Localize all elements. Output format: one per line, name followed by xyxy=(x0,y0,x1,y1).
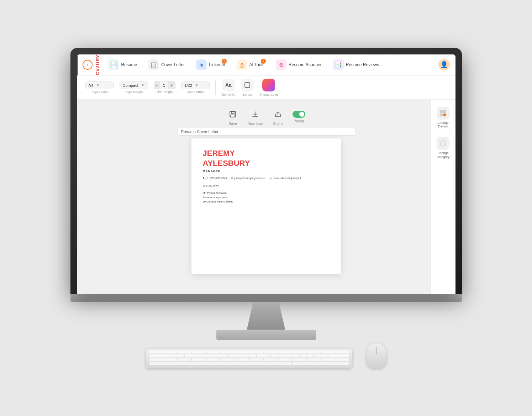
doc-phone: 📞 +1(212) 820-3746 xyxy=(203,177,227,180)
save-button[interactable]: Save xyxy=(227,108,239,126)
date-format-label: Date Format xyxy=(186,90,204,94)
text-style-label: Text Style xyxy=(221,93,235,96)
svg-rect-5 xyxy=(443,110,446,113)
brand-bar xyxy=(77,54,78,75)
mouse xyxy=(367,343,386,368)
resume-icon: 📄 xyxy=(109,59,119,70)
keyboard xyxy=(146,349,352,368)
pro-tip-label: Pro-tip xyxy=(294,119,304,123)
change-category-button[interactable]: Change Category xyxy=(431,134,455,162)
svg-rect-7 xyxy=(443,114,446,116)
nav-cover-letter[interactable]: 📋 Cover Letter xyxy=(144,57,189,72)
nav-reviews-label: Resume Reviews xyxy=(346,62,379,67)
line-height-increment[interactable]: + xyxy=(168,81,175,89)
change-category-label: Change Category xyxy=(434,151,453,159)
floating-toolbar: Save Download xyxy=(83,105,450,128)
doc-linkedin-url: 🔗 www.linkedin/in/jeremyat xyxy=(269,177,301,180)
save-label: Save xyxy=(229,122,237,126)
theme-color-label: Theme Color xyxy=(259,93,278,96)
share-icon xyxy=(272,108,284,120)
doc-address: Mr. Patrick Solomon Belview Incorporated… xyxy=(203,191,330,204)
page-margin-value: Compact xyxy=(123,83,138,88)
line-height-label: Line Height xyxy=(157,90,173,94)
pro-tip-switch[interactable] xyxy=(293,111,305,118)
page-margin-group: Compact ▼ Page Margin xyxy=(120,81,148,94)
share-label: Share xyxy=(273,122,283,126)
download-button[interactable]: Download xyxy=(247,108,263,126)
page-margin-control[interactable]: Compact ▼ xyxy=(120,81,148,89)
border-icon xyxy=(241,79,254,91)
svg-rect-6 xyxy=(440,114,443,116)
svg-rect-0 xyxy=(245,83,250,88)
nav-linkedin[interactable]: in LinkedIn 2 xyxy=(192,57,229,72)
change-category-icon xyxy=(437,137,449,150)
back-button[interactable]: ‹ xyxy=(83,60,93,70)
reviews-icon: 📑 xyxy=(333,59,344,70)
line-height-control: - 1 + xyxy=(154,81,176,89)
page-layout-group: A4 ▼ Page Layout xyxy=(85,81,114,94)
nav-scanner-label: Resume Scanner xyxy=(289,62,322,67)
app-header: ‹ CVJURY 📄 Resume 📋 Cover Letter xyxy=(77,54,455,76)
linkedin-badge: 2 xyxy=(222,59,227,64)
doc-street: 66 Canada Waters Street xyxy=(203,200,330,204)
border-action[interactable]: Border xyxy=(241,79,254,96)
date-format-group: 1/22 ▼ Date Format xyxy=(181,81,210,94)
doc-last-name: AYLESBURY xyxy=(203,159,330,168)
change-design-button[interactable]: Change Design xyxy=(431,104,455,132)
logo: CVJURY xyxy=(95,54,100,75)
text-style-action[interactable]: Aa Text Style xyxy=(221,79,235,96)
doc-first-name: JEREMY xyxy=(203,149,330,158)
page-margin-label: Page Margin xyxy=(125,90,143,94)
page-layout-control[interactable]: A4 ▼ xyxy=(85,81,114,89)
date-format-value: 1/22 xyxy=(184,83,192,88)
page-layout-value: A4 xyxy=(89,83,93,88)
text-style-icon: Aa xyxy=(222,79,235,91)
change-design-icon xyxy=(437,107,449,120)
doc-company: Belview Incorporated xyxy=(203,195,330,200)
user-avatar[interactable]: 👤 xyxy=(438,59,450,70)
border-label: Border xyxy=(243,93,252,96)
save-icon xyxy=(227,108,239,120)
share-button[interactable]: Share xyxy=(272,108,284,126)
nav-resume[interactable]: 📄 Resume xyxy=(104,57,142,72)
main-area: Save Download xyxy=(77,100,455,294)
cover-icon: 📋 xyxy=(148,59,159,70)
linkedin-icon: in xyxy=(196,59,207,70)
line-height-group: - 1 + Line Height xyxy=(154,81,176,94)
doc-title: MANAGER xyxy=(203,169,330,174)
doc-addressee: Mr. Patrick Solomon xyxy=(203,191,330,195)
download-icon xyxy=(249,108,261,120)
monitor-bottom-bar xyxy=(70,294,462,302)
doc-date: July 31, 20XX xyxy=(203,184,330,188)
nav-items: 📄 Resume 📋 Cover Letter in LinkedIn 2 xyxy=(104,57,438,72)
svg-rect-3 xyxy=(231,115,235,117)
nav-reviews[interactable]: 📑 Resume Reviews xyxy=(329,57,383,72)
nav-scanner[interactable]: ⊜ Resume Scanner xyxy=(272,57,326,72)
theme-color-icon xyxy=(262,79,275,91)
line-height-value: 1 xyxy=(160,82,168,89)
page-layout-label: Page Layout xyxy=(90,90,109,94)
monitor-neck xyxy=(245,302,288,330)
download-label: Download xyxy=(247,122,263,126)
ai-icon: ◎ xyxy=(237,59,247,70)
nav-cover-label: Cover Letter xyxy=(161,62,185,67)
right-sidebar: Change Design Change Category xyxy=(431,100,455,294)
pro-tip-toggle[interactable]: Pro-tip xyxy=(293,111,305,123)
line-height-decrement[interactable]: - xyxy=(154,81,160,89)
svg-rect-4 xyxy=(440,110,443,113)
peripherals xyxy=(53,343,480,368)
toolbar: A4 ▼ Page Layout Compact ▼ Page Margin xyxy=(77,76,455,100)
svg-rect-2 xyxy=(231,111,234,114)
date-format-control[interactable]: 1/22 ▼ xyxy=(181,81,210,89)
scanner-icon: ⊜ xyxy=(276,59,286,70)
nav-ai-tools[interactable]: ◎ AI Tools 2 xyxy=(232,57,269,72)
theme-color-action[interactable]: Theme Color xyxy=(259,79,278,96)
ai-badge: 2 xyxy=(261,59,266,64)
cover-letter-document: JEREMY AYLESBURY MANAGER 📞 +1(212) 820-3… xyxy=(191,138,341,274)
doc-email: ✉ jeremyalesbury@gmail.com xyxy=(231,177,265,180)
change-design-label: Change Design xyxy=(434,121,453,129)
toolbar-separator-1 xyxy=(215,80,216,95)
doc-area: Save Download xyxy=(77,100,455,294)
rename-bar[interactable]: Rename Cover Letter xyxy=(177,128,355,136)
rename-text: Rename Cover Letter xyxy=(181,130,218,134)
